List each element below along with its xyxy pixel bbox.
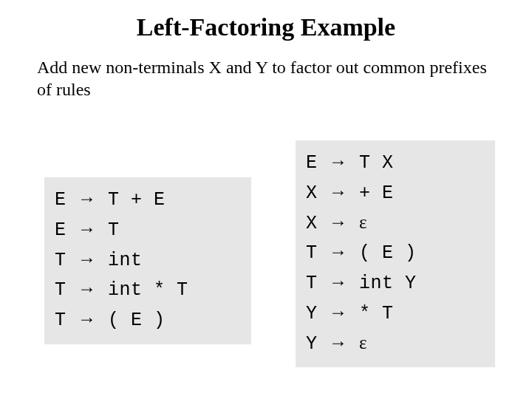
slide: Left-Factoring Example Add new non-termi…: [0, 0, 532, 399]
rule-lhs: E: [55, 189, 66, 211]
rule-arrow: →: [329, 151, 348, 171]
rule-rhs: ε: [359, 332, 367, 352]
grammar-rule: E → T + E: [55, 185, 241, 215]
rule-rhs: T + E: [108, 189, 166, 211]
rule-rhs: ( E ): [108, 310, 166, 331]
grammar-rule: E → T X: [306, 148, 485, 178]
grammar-rule: E → T: [55, 215, 241, 245]
grammar-rule: T → int: [55, 245, 241, 276]
rule-rhs: T X: [359, 152, 394, 174]
rule-arrow: →: [329, 212, 348, 232]
rule-lhs: T: [306, 273, 318, 294]
rule-lhs: Y: [306, 303, 318, 324]
rule-arrow: →: [78, 249, 97, 269]
rule-arrow: →: [78, 309, 97, 329]
grammar-rule: X → + E: [306, 178, 485, 208]
slide-subtitle: Add new non-terminals X and Y to factor …: [0, 41, 532, 100]
rule-rhs: + E: [359, 183, 394, 204]
rule-lhs: E: [306, 152, 318, 174]
rule-arrow: →: [78, 279, 97, 299]
grammar-rule: T → ( E ): [306, 238, 485, 268]
rule-arrow: →: [329, 272, 348, 292]
factored-grammar-box: E → T X X → + E X → ε T → ( E ) T → int …: [296, 140, 495, 367]
rule-arrow: →: [78, 219, 97, 239]
rule-arrow: →: [329, 182, 348, 202]
rule-lhs: T: [55, 310, 66, 331]
rule-lhs: T: [306, 242, 318, 264]
rule-lhs: X: [306, 183, 318, 204]
rule-lhs: E: [55, 219, 66, 241]
rule-arrow: →: [329, 302, 348, 322]
rule-rhs: * T: [359, 303, 394, 324]
rule-lhs: X: [306, 213, 318, 234]
rule-rhs: int Y: [359, 273, 417, 294]
rule-rhs: int * T: [108, 279, 188, 301]
rule-rhs: ( E ): [359, 242, 417, 264]
rule-lhs: T: [55, 279, 66, 301]
rule-rhs: ε: [359, 212, 367, 232]
original-grammar-box: E → T + E E → T T → int T → int * T T → …: [44, 177, 251, 344]
rule-arrow: →: [78, 188, 97, 208]
grammar-rule: Y → * T: [306, 299, 485, 329]
rule-rhs: T: [108, 219, 120, 241]
rule-lhs: Y: [306, 333, 318, 355]
grammar-rule: Y → ε: [306, 329, 485, 359]
rule-arrow: →: [329, 242, 348, 262]
grammar-rule: T → int Y: [306, 268, 485, 299]
grammar-rule: X → ε: [306, 208, 485, 239]
rule-arrow: →: [329, 332, 348, 352]
rule-rhs: int: [108, 250, 143, 271]
grammar-rule: T → ( E ): [55, 305, 241, 335]
grammar-rule: T → int * T: [55, 275, 241, 305]
slide-title: Left-Factoring Example: [0, 0, 532, 41]
rule-lhs: T: [55, 250, 66, 271]
